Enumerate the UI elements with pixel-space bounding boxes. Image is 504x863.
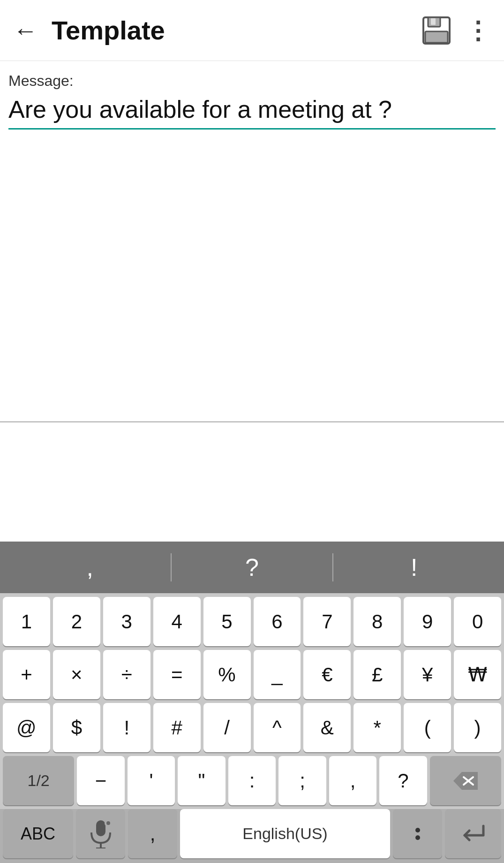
keyboard-bottom-row: ABC , English(US) xyxy=(0,809,504,863)
key-question[interactable]: ? xyxy=(379,756,427,805)
key-comma-bottom[interactable]: , xyxy=(128,809,177,858)
backspace-icon xyxy=(453,772,478,790)
key-equals[interactable]: = xyxy=(153,650,201,699)
key-apostrophe[interactable]: ' xyxy=(128,756,175,805)
key-0[interactable]: 0 xyxy=(454,597,501,646)
key-dollar[interactable]: $ xyxy=(53,703,100,752)
quick-comma-key[interactable]: , xyxy=(9,542,171,593)
keyboard: , ? ! 1 2 3 4 5 6 7 8 9 0 + × ÷ = % _ € xyxy=(0,542,504,863)
key-minus[interactable]: − xyxy=(77,756,125,805)
svg-point-13 xyxy=(415,828,420,832)
backspace-key[interactable] xyxy=(430,756,501,805)
math-row: + × ÷ = % _ € £ ¥ ₩ xyxy=(3,650,501,699)
page-title: Template xyxy=(52,15,421,46)
key-slash[interactable]: / xyxy=(203,703,251,752)
quick-question-key[interactable]: ? xyxy=(172,542,333,593)
quick-exclamation-key[interactable]: ! xyxy=(333,542,495,593)
key-underscore[interactable]: _ xyxy=(254,650,301,699)
key-6[interactable]: 6 xyxy=(254,597,301,646)
punctuation-row: 1/2 − ' " : ; , ? xyxy=(3,756,501,805)
key-period[interactable] xyxy=(393,809,442,858)
key-asterisk[interactable]: * xyxy=(354,703,401,752)
period-icon xyxy=(410,826,425,841)
key-2[interactable]: 2 xyxy=(53,597,100,646)
key-caret[interactable]: ^ xyxy=(254,703,301,752)
key-percent[interactable]: % xyxy=(203,650,251,699)
svg-rect-7 xyxy=(96,820,105,836)
svg-marker-4 xyxy=(453,772,478,790)
header-actions: ⋮ xyxy=(421,15,491,46)
key-space[interactable]: English(US) xyxy=(180,809,390,858)
key-close-paren[interactable]: ) xyxy=(454,703,501,752)
key-multiply[interactable]: × xyxy=(53,650,100,699)
key-ampersand[interactable]: & xyxy=(303,703,351,752)
enter-icon xyxy=(461,824,485,844)
message-area: Message: Are you available for a meeting… xyxy=(0,61,504,422)
key-pound[interactable]: £ xyxy=(354,650,401,699)
key-3[interactable]: 3 xyxy=(103,597,150,646)
key-exclamation[interactable]: ! xyxy=(103,703,150,752)
key-plus[interactable]: + xyxy=(3,650,50,699)
key-9[interactable]: 9 xyxy=(404,597,451,646)
key-euro[interactable]: € xyxy=(303,650,351,699)
svg-rect-3 xyxy=(425,31,448,43)
key-microphone[interactable] xyxy=(76,809,125,858)
key-comma[interactable]: , xyxy=(329,756,377,805)
number-row: 1 2 3 4 5 6 7 8 9 0 xyxy=(3,597,501,646)
key-divide[interactable]: ÷ xyxy=(103,650,150,699)
key-open-paren[interactable]: ( xyxy=(404,703,451,752)
key-colon[interactable]: : xyxy=(228,756,276,805)
back-button[interactable]: ← xyxy=(13,18,38,43)
key-hash[interactable]: # xyxy=(153,703,201,752)
key-won[interactable]: ₩ xyxy=(454,650,501,699)
key-page-toggle[interactable]: 1/2 xyxy=(3,756,74,805)
key-yen[interactable]: ¥ xyxy=(404,650,451,699)
key-semicolon[interactable]: ; xyxy=(278,756,326,805)
save-icon[interactable] xyxy=(421,15,452,46)
more-options-icon[interactable]: ⋮ xyxy=(466,18,491,43)
symbol-row: @ $ ! # / ^ & * ( ) xyxy=(3,703,501,752)
key-7[interactable]: 7 xyxy=(303,597,351,646)
keyboard-rows: 1 2 3 4 5 6 7 8 9 0 + × ÷ = % _ € £ ¥ ₩ … xyxy=(0,593,504,809)
message-input[interactable]: Are you available for a meeting at ? xyxy=(8,95,496,130)
key-enter[interactable] xyxy=(445,809,501,858)
key-8[interactable]: 8 xyxy=(354,597,401,646)
key-5[interactable]: 5 xyxy=(203,597,251,646)
keyboard-quick-row: , ? ! xyxy=(0,542,504,593)
microphone-icon xyxy=(89,819,113,848)
key-quote[interactable]: " xyxy=(178,756,226,805)
message-label: Message: xyxy=(8,72,496,90)
svg-point-12 xyxy=(415,835,420,840)
svg-rect-2 xyxy=(431,18,436,25)
key-4[interactable]: 4 xyxy=(153,597,201,646)
key-at[interactable]: @ xyxy=(3,703,50,752)
app-header: ← Template ⋮ xyxy=(0,0,504,61)
key-abc[interactable]: ABC xyxy=(3,809,73,858)
svg-point-11 xyxy=(106,821,110,825)
key-1[interactable]: 1 xyxy=(3,597,50,646)
